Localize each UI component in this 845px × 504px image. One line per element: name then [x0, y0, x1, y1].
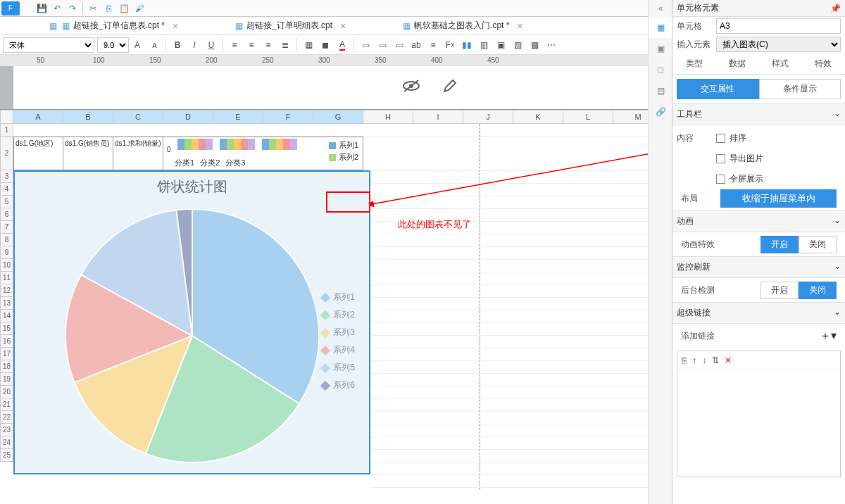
align-right-icon[interactable]: ≡: [260, 37, 277, 53]
col-header[interactable]: D: [163, 110, 213, 124]
col-header[interactable]: K: [513, 110, 563, 124]
col-header[interactable]: F: [263, 110, 313, 124]
copy-button[interactable]: ⎘: [101, 1, 116, 16]
move-down-icon[interactable]: ↓: [702, 355, 706, 365]
subtab-interact[interactable]: 交互属性: [677, 79, 759, 99]
row-header[interactable]: 9: [0, 246, 13, 259]
chart-bar-icon[interactable]: ▮▮: [458, 37, 475, 53]
dock-expand-icon[interactable]: ◻: [649, 59, 672, 80]
component-icon[interactable]: ▩: [526, 37, 543, 53]
fx-icon[interactable]: Fx: [442, 37, 458, 53]
row-header[interactable]: 24: [0, 436, 13, 449]
chevron-down-icon[interactable]: ⌄: [834, 261, 841, 273]
align-center-icon[interactable]: ≡: [243, 37, 260, 53]
row-header[interactable]: 1: [0, 124, 13, 137]
font-size-select[interactable]: 9.0: [97, 37, 129, 53]
cell-ref-input[interactable]: [716, 18, 841, 34]
close-icon[interactable]: ×: [515, 21, 525, 31]
text-ab-icon[interactable]: ab: [408, 37, 425, 53]
row-header[interactable]: 13: [0, 297, 13, 310]
merge-left-icon[interactable]: ▭: [357, 37, 374, 53]
cut-button[interactable]: ✂: [85, 1, 101, 16]
font-color-button[interactable]: A: [334, 37, 351, 53]
float-icon[interactable]: ▧: [509, 37, 526, 53]
row-header[interactable]: 22: [0, 411, 13, 424]
italic-button[interactable]: I: [186, 37, 203, 53]
dock-condition-icon[interactable]: ▤: [649, 80, 672, 101]
dock-link-icon[interactable]: 🔗: [649, 101, 672, 122]
row-header[interactable]: 3: [0, 170, 13, 183]
formula-cell[interactable]: ds1.求和(销量): [113, 137, 163, 170]
app-logo[interactable]: F: [1, 1, 20, 15]
paste-button[interactable]: 📋: [116, 1, 132, 16]
row-header[interactable]: 8: [0, 234, 13, 246]
font-family-select[interactable]: 宋体: [3, 37, 94, 53]
insert-element-select[interactable]: 插入图表(C): [716, 37, 841, 52]
row-header[interactable]: 25: [0, 449, 13, 462]
align-left-icon[interactable]: ≡: [226, 37, 243, 53]
more-icon[interactable]: ⋯: [543, 37, 560, 53]
edit-icon[interactable]: [442, 78, 458, 97]
row-header[interactable]: 14: [0, 310, 13, 322]
dock-collapse-icon[interactable]: «: [649, 0, 672, 17]
border-button[interactable]: ▦: [300, 37, 317, 53]
formula-cell[interactable]: ds1.G(地区): [13, 137, 63, 170]
col-header[interactable]: I: [413, 110, 463, 124]
undo-button[interactable]: ↶: [49, 1, 65, 16]
close-icon[interactable]: ×: [338, 21, 348, 31]
align-justify-icon[interactable]: ≣: [277, 37, 294, 53]
merge-icon[interactable]: ▭: [374, 37, 391, 53]
chart-thumbnail-cell[interactable]: 0 分类1 分类2 分类3 系列1 系列2: [163, 137, 363, 170]
checkbox-sort[interactable]: [716, 134, 725, 143]
checkbox-fullscreen[interactable]: [716, 175, 725, 184]
row-header[interactable]: 10: [0, 259, 13, 272]
underline-button[interactable]: U: [203, 37, 220, 53]
tab-type[interactable]: 类型: [672, 53, 715, 74]
file-tab-2[interactable]: ▦ 超链接_订单明细表.cpt ×: [228, 18, 353, 34]
row-header[interactable]: 21: [0, 398, 13, 411]
file-tab-3[interactable]: ▦ 帆软基础之图表入门.cpt * ×: [396, 18, 530, 34]
row-header[interactable]: 18: [0, 360, 13, 373]
tab-effect[interactable]: 特效: [802, 53, 845, 74]
chevron-down-icon[interactable]: ⌄: [834, 215, 841, 227]
row-header[interactable]: 5: [0, 196, 13, 208]
col-header[interactable]: J: [463, 110, 513, 124]
row-header[interactable]: 4: [0, 183, 13, 196]
dock-widget-icon[interactable]: ▣: [649, 38, 672, 59]
row-header[interactable]: 6: [0, 208, 13, 221]
save-button[interactable]: 💾: [34, 1, 49, 16]
tab-style[interactable]: 样式: [759, 53, 802, 74]
subtab-condition[interactable]: 条件显示: [759, 79, 841, 99]
row-header[interactable]: 2: [0, 137, 13, 170]
checkbox-export[interactable]: [716, 154, 725, 163]
redo-button[interactable]: ↷: [65, 1, 80, 16]
font-size-up-icon[interactable]: A: [129, 37, 146, 53]
backend-off-toggle[interactable]: 关闭: [799, 282, 837, 299]
row-header[interactable]: 23: [0, 424, 13, 436]
layout-drawer-button[interactable]: 收缩于抽屉菜单内: [720, 189, 837, 208]
copy-icon[interactable]: ⎘: [682, 355, 687, 365]
row-header[interactable]: 20: [0, 386, 13, 398]
brush-button[interactable]: 🖌: [132, 1, 147, 16]
chart-alt-icon[interactable]: ▥: [475, 37, 492, 53]
merge-right-icon[interactable]: ▭: [391, 37, 408, 53]
row-header[interactable]: 11: [0, 272, 13, 284]
fill-color-button[interactable]: ◼: [317, 37, 334, 53]
col-header[interactable]: G: [313, 110, 363, 124]
add-link-button[interactable]: ＋▾: [820, 329, 837, 344]
delete-icon[interactable]: ✕: [725, 355, 732, 365]
row-header[interactable]: 19: [0, 373, 13, 386]
formula-cell[interactable]: ds1.G(销售员): [63, 137, 113, 170]
bold-button[interactable]: B: [169, 37, 186, 53]
close-icon[interactable]: ×: [170, 21, 180, 31]
visibility-icon[interactable]: [401, 79, 421, 96]
image-icon[interactable]: ▣: [492, 37, 509, 53]
tab-data[interactable]: 数据: [715, 53, 758, 74]
col-header[interactable]: E: [213, 110, 263, 124]
file-tab-1[interactable]: ▦ ▦ 超链接_订单信息表.cpt * ×: [42, 18, 186, 34]
sort-icon[interactable]: ⇅: [712, 355, 719, 365]
anim-off-toggle[interactable]: 关闭: [799, 236, 837, 253]
col-header[interactable]: C: [113, 110, 163, 124]
chevron-down-icon[interactable]: ⌄: [834, 108, 841, 120]
col-header[interactable]: L: [563, 110, 613, 124]
